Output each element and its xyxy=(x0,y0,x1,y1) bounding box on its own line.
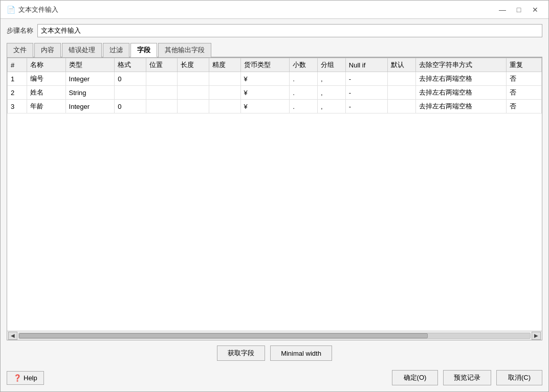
cell-decimal: . xyxy=(290,86,318,100)
title-bar: 📄 文本文件输入 — □ ✕ xyxy=(1,1,548,19)
cell-name: 年龄 xyxy=(27,100,65,113)
cell-position xyxy=(146,86,178,100)
cell-trim: 去掉左右两端空格 xyxy=(415,72,507,86)
col-header-trim: 去除空字符串方式 xyxy=(415,58,507,72)
cell-length xyxy=(178,86,209,100)
col-header-type: 类型 xyxy=(65,58,115,72)
cell-decimal: . xyxy=(290,100,318,113)
cell-position xyxy=(146,72,178,86)
cell-position xyxy=(146,100,178,113)
col-header-precision: 精度 xyxy=(209,58,241,72)
col-header-decimal: 小数 xyxy=(290,58,318,72)
cell-format xyxy=(115,86,146,100)
scroll-right-arrow[interactable]: ▶ xyxy=(532,332,541,340)
cell-type: Integer xyxy=(65,72,115,86)
col-header-nullif: Null if xyxy=(345,58,387,72)
cell-length xyxy=(178,72,209,86)
cell-nullif: - xyxy=(345,100,387,113)
cancel-button[interactable]: 取消(C) xyxy=(496,370,542,385)
cell-format: 0 xyxy=(115,72,146,86)
action-buttons-row: 获取字段 Minimal width xyxy=(7,345,542,361)
tab-content[interactable]: 内容 xyxy=(34,43,61,57)
cell-num: 1 xyxy=(8,72,27,86)
cell-group: , xyxy=(318,72,346,86)
maximize-button[interactable]: □ xyxy=(512,4,526,16)
get-fields-button[interactable]: 获取字段 xyxy=(217,345,265,361)
cell-name: 编号 xyxy=(27,72,65,86)
tab-file[interactable]: 文件 xyxy=(7,43,33,57)
dialog-buttons: 确定(O) 预览记录 取消(C) xyxy=(392,370,542,385)
ok-button[interactable]: 确定(O) xyxy=(392,370,438,385)
table-row[interactable]: 1编号Integer0¥.,-去掉左右两端空格否 xyxy=(8,72,542,86)
footer-row: ❓ Help 确定(O) 预览记录 取消(C) xyxy=(1,370,548,391)
col-header-name: 名称 xyxy=(27,58,65,72)
cell-nullif: - xyxy=(345,72,387,86)
scroll-thumb xyxy=(19,333,428,338)
tab-error[interactable]: 错误处理 xyxy=(62,43,102,57)
col-header-num: # xyxy=(8,58,27,72)
col-header-group: 分组 xyxy=(318,58,346,72)
table-row[interactable]: 3年龄Integer0¥.,-去掉左右两端空格否 xyxy=(8,100,542,113)
cell-default xyxy=(387,86,415,100)
minimal-width-button[interactable]: Minimal width xyxy=(270,345,332,361)
cell-trim: 去掉左右两端空格 xyxy=(415,100,507,113)
cell-repeat: 否 xyxy=(507,72,542,86)
cell-repeat: 否 xyxy=(507,86,542,100)
preview-button[interactable]: 预览记录 xyxy=(443,370,491,385)
title-controls: — □ ✕ xyxy=(495,4,542,16)
cell-currency: ¥ xyxy=(240,100,290,113)
cell-currency: ¥ xyxy=(240,86,290,100)
cell-group: , xyxy=(318,100,346,113)
window-title: 文本文件输入 xyxy=(18,5,58,14)
cell-default xyxy=(387,100,415,113)
step-name-row: 步骤名称 xyxy=(7,24,542,37)
cell-num: 2 xyxy=(8,86,27,100)
cell-repeat: 否 xyxy=(507,100,542,113)
cell-currency: ¥ xyxy=(240,72,290,86)
tabs-bar: 文件 内容 错误处理 过滤 字段 其他输出字段 xyxy=(7,42,542,57)
cell-group: , xyxy=(318,86,346,100)
cell-type: String xyxy=(65,86,115,100)
help-icon: ❓ xyxy=(13,374,21,382)
cell-trim: 去掉左右两端空格 xyxy=(415,86,507,100)
col-header-repeat: 重复 xyxy=(507,58,542,72)
window-icon: 📄 xyxy=(7,6,15,14)
col-header-default: 默认 xyxy=(387,58,415,72)
col-header-length: 长度 xyxy=(178,58,209,72)
minimize-button[interactable]: — xyxy=(495,4,510,16)
main-window: 📄 文本文件输入 — □ ✕ 步骤名称 文件 内容 错误处理 过滤 字段 其他输… xyxy=(0,0,549,392)
tab-filter[interactable]: 过滤 xyxy=(103,43,129,57)
step-name-label: 步骤名称 xyxy=(7,26,33,35)
table-scroll-wrapper: # 名称 类型 格式 位置 长度 精度 货币类型 小数 分组 Null if 默… xyxy=(7,58,542,331)
title-bar-left: 📄 文本文件输入 xyxy=(7,5,58,14)
col-header-format: 格式 xyxy=(115,58,146,72)
close-button[interactable]: ✕ xyxy=(528,4,542,16)
step-name-input[interactable] xyxy=(37,24,542,37)
tab-fields[interactable]: 字段 xyxy=(130,43,157,57)
fields-table: # 名称 类型 格式 位置 长度 精度 货币类型 小数 分组 Null if 默… xyxy=(7,58,542,113)
cell-type: Integer xyxy=(65,100,115,113)
scroll-track[interactable] xyxy=(18,333,531,339)
cell-length xyxy=(178,100,209,113)
cell-precision xyxy=(209,86,241,100)
cell-precision xyxy=(209,72,241,86)
horizontal-scrollbar: ◀ ▶ xyxy=(7,331,542,340)
col-header-position: 位置 xyxy=(146,58,178,72)
scroll-left-arrow[interactable]: ◀ xyxy=(8,332,17,340)
cell-num: 3 xyxy=(8,100,27,113)
table-container: # 名称 类型 格式 位置 长度 精度 货币类型 小数 分组 Null if 默… xyxy=(7,57,542,340)
col-header-currency: 货币类型 xyxy=(240,58,290,72)
table-header-row: # 名称 类型 格式 位置 长度 精度 货币类型 小数 分组 Null if 默… xyxy=(8,58,542,72)
content-area: 步骤名称 文件 内容 错误处理 过滤 字段 其他输出字段 # 名称 类型 xyxy=(1,19,548,370)
cell-precision xyxy=(209,100,241,113)
cell-name: 姓名 xyxy=(27,86,65,100)
cell-default xyxy=(387,72,415,86)
tab-other[interactable]: 其他输出字段 xyxy=(158,43,211,57)
table-row[interactable]: 2姓名String¥.,-去掉左右两端空格否 xyxy=(8,86,542,100)
cell-nullif: - xyxy=(345,86,387,100)
cell-decimal: . xyxy=(290,72,318,86)
help-label: Help xyxy=(24,374,37,382)
help-button[interactable]: ❓ Help xyxy=(7,371,44,385)
cell-format: 0 xyxy=(115,100,146,113)
